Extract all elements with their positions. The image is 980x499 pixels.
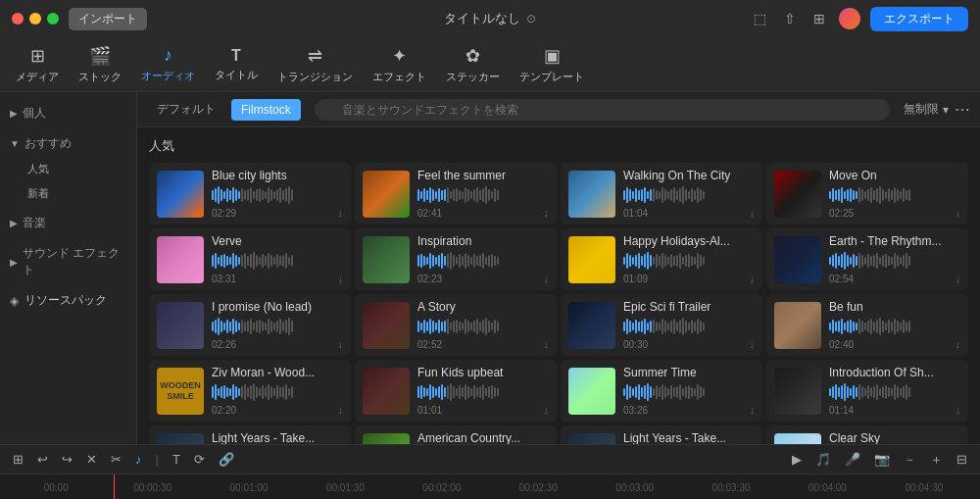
music-duration-12: 02:40↓ <box>829 338 960 350</box>
music-title-12: Be fun <box>829 300 960 314</box>
music-card-6[interactable]: Inspiration02:23↓ <box>355 228 557 290</box>
zoom-in[interactable]: ＋ <box>927 449 946 471</box>
music-card-4[interactable]: Move On02:25↓ <box>766 163 968 225</box>
play-button[interactable]: ▶ <box>789 450 805 469</box>
music-info-15: Summer Time03:26↓ <box>623 366 755 416</box>
music-info-10: A Story02:52↓ <box>417 300 549 350</box>
music-title-5: Verve <box>212 234 343 248</box>
sidebar-popular-label: 人気 <box>27 163 49 175</box>
music-card-8[interactable]: Earth - The Rhythm...02:54↓ <box>766 228 968 290</box>
effect-label: エフェクト <box>372 70 426 84</box>
share-button[interactable]: ⇧ <box>780 9 800 28</box>
sidebar-group-music[interactable]: ▶ 音楽 <box>0 210 136 236</box>
chevron-down-icon: ▼ <box>10 138 20 149</box>
music-info-16: Introduction Of Sh...01:14↓ <box>829 366 960 416</box>
close-button[interactable] <box>12 13 24 25</box>
sidebar-item-popular[interactable]: 人気 <box>0 157 136 181</box>
music-card-12[interactable]: Be fun02:40↓ <box>766 294 968 356</box>
music-card-20[interactable]: Clear Sky03:28↓ <box>766 425 968 444</box>
transition-label: トランジション <box>277 70 353 84</box>
music-card-10[interactable]: A Story02:52↓ <box>355 294 557 356</box>
unlimited-button[interactable]: 無制限 ▾ <box>904 101 949 118</box>
link-button[interactable]: 🔗 <box>216 450 237 469</box>
audio-toggle[interactable]: 🎵 <box>812 450 834 469</box>
music-card-11[interactable]: Epic Sci fi Trailer00:30↓ <box>561 294 762 356</box>
text-button[interactable]: T <box>170 450 183 469</box>
mic-button[interactable]: 🎤 <box>842 450 863 469</box>
delete-button[interactable]: ✕ <box>83 450 100 469</box>
waveform-3 <box>623 186 755 204</box>
avatar[interactable] <box>839 8 860 29</box>
music-title-4: Move On <box>829 169 960 182</box>
sidebar-group-recommended[interactable]: ▼ おすすめ <box>0 130 136 157</box>
zoom-out[interactable]: － <box>901 449 919 471</box>
loop-button[interactable]: ⟳ <box>191 450 208 469</box>
minimize-button[interactable] <box>29 13 41 25</box>
sidebar-group-personal[interactable]: ▶ 個人 <box>0 100 136 126</box>
music-info-19: Light Years - Take...02:09↓ <box>623 431 755 444</box>
redo-button[interactable]: ↪ <box>59 450 75 469</box>
music-duration-14: 01:01↓ <box>417 404 549 416</box>
music-duration-13: 02:20↓ <box>212 404 343 416</box>
music-card-18[interactable]: American Country...01:45↓ <box>355 425 557 444</box>
music-info-12: Be fun02:40↓ <box>829 300 960 350</box>
music-card-7[interactable]: Happy Holidays-Al...01:09↓ <box>561 228 762 290</box>
grid-view[interactable]: ⊟ <box>954 450 970 469</box>
music-card-19[interactable]: Light Years - Take...02:09↓ <box>561 425 762 444</box>
music-card-17[interactable]: Light Years - Take...02:09↓ <box>149 425 351 444</box>
music-card-1[interactable]: Blue city lights02:29↓ <box>149 163 351 225</box>
toolbar-sticker[interactable]: ✿ ステッカー <box>446 45 500 84</box>
music-card-14[interactable]: Fun Kids upbeat01:01↓ <box>355 360 557 422</box>
toolbar-title[interactable]: T タイトル <box>215 47 258 82</box>
export-button[interactable]: エクスポート <box>870 7 968 31</box>
toolbar-transition[interactable]: ⇌ トランジション <box>277 45 353 84</box>
music-card-16[interactable]: Introduction Of Sh...01:14↓ <box>766 360 968 422</box>
music-duration-9: 02:26↓ <box>212 338 343 350</box>
music-info-20: Clear Sky03:28↓ <box>829 431 960 444</box>
import-button[interactable]: インポート <box>69 8 147 30</box>
sidebar-item-resource-pack[interactable]: ◈ リソースパック <box>0 287 136 314</box>
music-card-13[interactable]: WOODEN SMILEZiv Moran - Wood...02:20↓ <box>149 360 351 422</box>
more-options-button[interactable]: ⋯ <box>955 100 970 119</box>
search-input[interactable] <box>315 99 890 121</box>
maximize-button[interactable] <box>47 13 59 25</box>
music-title-2: Feel the summer <box>417 169 549 182</box>
music-card-5[interactable]: Verve03:31↓ <box>149 228 351 290</box>
toolbar-media[interactable]: ⊞ メディア <box>16 45 59 84</box>
undo-button[interactable]: ↩ <box>34 450 51 469</box>
toolbar-effect[interactable]: ✦ エフェクト <box>372 45 426 84</box>
toolbar-audio[interactable]: ♪ オーディオ <box>141 45 195 83</box>
music-card-9[interactable]: I promise (No lead)02:26↓ <box>149 294 351 356</box>
music-info-18: American Country...01:45↓ <box>417 431 549 444</box>
waveform-8 <box>829 252 960 270</box>
music-info-2: Feel the summer02:41↓ <box>417 169 549 219</box>
music-title-9: I promise (No lead) <box>212 300 343 314</box>
camera-button[interactable]: 📷 <box>871 450 893 469</box>
split-button[interactable]: ⊞ <box>10 450 26 469</box>
grid-button[interactable]: ⊞ <box>809 9 829 28</box>
tab-default[interactable]: デフォルト <box>147 97 225 122</box>
effect-icon: ✦ <box>392 45 407 67</box>
waveform-12 <box>829 318 960 335</box>
music-card-2[interactable]: Feel the summer02:41↓ <box>355 163 557 225</box>
music-duration-3: 01:04↓ <box>623 207 755 219</box>
cut-button[interactable]: ✂ <box>108 450 124 469</box>
music-info-9: I promise (No lead)02:26↓ <box>212 300 343 350</box>
sidebar-group-sfx[interactable]: ▶ サウンド エフェクト <box>0 240 136 283</box>
music-duration-5: 03:31↓ <box>212 273 343 284</box>
music-card-15[interactable]: Summer Time03:26↓ <box>561 360 762 422</box>
toolbar-stock[interactable]: 🎬 ストック <box>78 45 122 84</box>
tab-filmstock[interactable]: Filmstock <box>231 99 301 121</box>
toolbar-template[interactable]: ▣ テンプレート <box>519 45 584 84</box>
music-card-3[interactable]: Walking On The City01:04↓ <box>561 163 762 225</box>
sidebar-personal-label: 個人 <box>23 105 46 122</box>
waveform-1 <box>212 186 343 204</box>
traffic-lights <box>12 13 59 25</box>
playhead <box>114 474 115 499</box>
music-track-button[interactable]: ♪ <box>132 450 145 469</box>
resource-pack-icon: ◈ <box>10 294 19 308</box>
sidebar-item-new[interactable]: 新着 <box>0 181 136 206</box>
waveform-7 <box>623 252 755 270</box>
stock-label: ストック <box>78 70 122 84</box>
screen-mode-button[interactable]: ⬚ <box>750 9 770 28</box>
